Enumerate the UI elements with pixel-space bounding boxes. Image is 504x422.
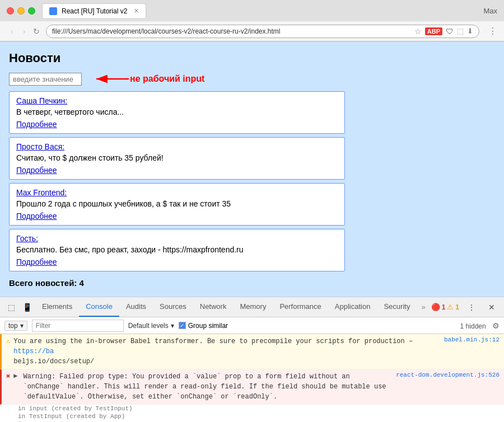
- devtools-tab-console[interactable]: Console: [79, 297, 119, 317]
- search-input[interactable]: [9, 73, 82, 86]
- group-similar-label: Group similar: [188, 322, 228, 330]
- cast-icon: ⬚: [457, 27, 464, 35]
- devtools-tab-application[interactable]: Application: [328, 297, 377, 317]
- devtools-tab-elements[interactable]: Elements: [35, 297, 79, 317]
- user-label: Max: [483, 7, 497, 15]
- error-expand-button[interactable]: ▶: [13, 372, 17, 380]
- filter-context-chevron: ▾: [20, 322, 24, 330]
- error-count: 1: [442, 303, 446, 311]
- levels-dropdown[interactable]: Default levels ▾: [128, 322, 174, 330]
- red-arrow-icon: [91, 71, 130, 87]
- warn-message: You are using the in-browser Babel trans…: [13, 337, 413, 345]
- browser-chrome: React [RU] Tutorial v2 ✕ Max ‹ › ↻ file:…: [0, 0, 504, 42]
- tab-favicon: [49, 7, 57, 15]
- minimize-window-button[interactable]: [17, 7, 25, 15]
- maximize-window-button[interactable]: [28, 7, 35, 15]
- warn-link[interactable]: https://ba: [13, 348, 54, 355]
- menu-button[interactable]: ⋮: [488, 26, 497, 36]
- devtools-tab-memory[interactable]: Memory: [233, 297, 273, 317]
- title-bar: React [RU] Tutorial v2 ✕ Max: [0, 0, 504, 21]
- filter-context-label: top: [8, 322, 18, 330]
- devtools-tab-audits[interactable]: Audits: [119, 297, 153, 317]
- input-wrapper: [9, 73, 82, 86]
- devtools-more-button[interactable]: ⋮: [464, 299, 479, 315]
- news-author[interactable]: Просто Вася:: [16, 142, 338, 151]
- filter-input[interactable]: [32, 320, 124, 332]
- news-card: Гость: Бесплатно. Без смс, про реакт, за…: [9, 229, 345, 271]
- group-similar-toggle[interactable]: ✓ Group similar: [179, 322, 228, 330]
- filter-context-dropdown[interactable]: top ▾: [4, 321, 27, 331]
- address-bar: ‹ › ↻ file:///Users/mac/development/loca…: [0, 21, 504, 41]
- console-error-line: ✖ ▶ Warning: Failed prop type: You provi…: [0, 369, 504, 405]
- page-content: Новости не рабочий input Саша Печкин: В …: [0, 42, 504, 297]
- devtools-filter-right: 1 hidden ⚙: [460, 321, 500, 330]
- nav-buttons: ‹ › ↻: [7, 26, 41, 36]
- news-author[interactable]: Гость:: [16, 234, 338, 243]
- page-title: Новости: [9, 51, 495, 65]
- news-body: Считаю, что $ должен стоить 35 рублей!: [16, 153, 338, 162]
- url-icons: ☆ ABP 🛡 ⬚ ⬇: [414, 27, 473, 36]
- news-list: Саша Печкин: В четверг, четвертого числа…: [9, 91, 495, 271]
- levels-label: Default levels: [128, 322, 169, 330]
- news-more-link[interactable]: Подробнее: [16, 257, 338, 266]
- annotation-area: не рабочий input: [9, 71, 495, 87]
- news-card: Max Frontend: Прошло 2 года с прошлых уч…: [9, 183, 345, 226]
- devtools-tab-security[interactable]: Security: [377, 297, 417, 317]
- warn-file[interactable]: babel.min.js:12: [444, 336, 500, 343]
- devtools-tab-more[interactable]: »: [417, 301, 430, 313]
- adblock-icon: ABP: [425, 27, 442, 35]
- arrow-annotation: не рабочий input: [91, 71, 204, 87]
- devtools-tabs-container: ElementsConsoleAuditsSourcesNetworkMemor…: [35, 297, 430, 317]
- devtools-console: ⚠ You are using the in-browser Babel tra…: [0, 334, 504, 422]
- news-body: Бесплатно. Без смс, про реакт, заходи - …: [16, 245, 338, 254]
- error-text: Warning: Failed prop type: You provided …: [23, 372, 393, 402]
- news-author[interactable]: Саша Печкин:: [16, 96, 338, 105]
- devtools-close-button[interactable]: ✕: [484, 299, 500, 315]
- annotation-text: не рабочий input: [130, 74, 204, 84]
- error-sub-lines: in input (created by TestInput) in TestI…: [0, 405, 504, 422]
- devtools-tab-performance[interactable]: Performance: [273, 297, 328, 317]
- settings-icon[interactable]: ⚙: [492, 321, 500, 330]
- total-label: Всего новостей:: [9, 278, 77, 288]
- forward-button[interactable]: ›: [19, 26, 29, 36]
- back-button[interactable]: ‹: [7, 26, 17, 36]
- warn-text: You are using the in-browser Babel trans…: [13, 336, 441, 367]
- window-controls: [7, 7, 35, 15]
- url-text: file:///Users/mac/development/local/cour…: [52, 27, 411, 35]
- error-file[interactable]: react-dom.development.js:526: [396, 372, 500, 378]
- error-badge: 🔴 1 ⚠ 1: [431, 303, 459, 311]
- hidden-count: 1 hidden: [460, 322, 486, 330]
- url-bar[interactable]: file:///Users/mac/development/local/cour…: [46, 25, 479, 38]
- error-icon: ✖: [6, 372, 10, 381]
- warn-link-extra: beljs.io/docs/setup/: [13, 358, 94, 365]
- news-body: Прошло 2 года с прошлых учебников, а $ т…: [16, 199, 338, 208]
- tab-close-button[interactable]: ✕: [134, 7, 139, 15]
- devtools-tab-bar: ⬚ 📱 ElementsConsoleAuditsSourcesNetworkM…: [0, 297, 504, 317]
- group-similar-checkbox[interactable]: ✓: [179, 322, 186, 329]
- devtools-right-controls: 🔴 1 ⚠ 1 ⋮ ✕: [431, 299, 500, 315]
- star-icon[interactable]: ☆: [414, 27, 422, 36]
- browser-tab[interactable]: React [RU] Tutorial v2 ✕: [42, 3, 146, 18]
- news-card: Саша Печкин: В четверг, четвертого числа…: [9, 91, 345, 134]
- tab-title: React [RU] Tutorial v2: [62, 7, 127, 15]
- close-window-button[interactable]: [7, 7, 14, 15]
- devtools-panel: ⬚ 📱 ElementsConsoleAuditsSourcesNetworkM…: [0, 297, 504, 422]
- news-author[interactable]: Max Frontend:: [16, 188, 338, 197]
- news-more-link[interactable]: Подробнее: [16, 212, 338, 221]
- console-warn-line: ⚠ You are using the in-browser Babel tra…: [0, 334, 504, 369]
- devtools-tab-sources[interactable]: Sources: [153, 297, 193, 317]
- save-icon: ⬇: [467, 27, 473, 35]
- news-card: Просто Вася: Считаю, что $ должен стоить…: [9, 137, 345, 180]
- devtools-inspect-button[interactable]: ⬚: [4, 299, 19, 315]
- devtools-tab-network[interactable]: Network: [193, 297, 234, 317]
- news-more-link[interactable]: Подробнее: [16, 166, 338, 175]
- error-message: Warning: Failed prop type: You provided …: [23, 373, 386, 401]
- sub-line-1: in input (created by TestInput): [18, 405, 504, 412]
- warn-icon: ⚠: [6, 337, 10, 345]
- total-number: 4: [80, 278, 84, 288]
- devtools-device-button[interactable]: 📱: [20, 299, 35, 315]
- total-count: Всего новостей: 4: [9, 278, 495, 288]
- news-more-link[interactable]: Подробнее: [16, 120, 338, 129]
- reload-button[interactable]: ↻: [31, 26, 41, 36]
- levels-chevron: ▾: [171, 322, 174, 330]
